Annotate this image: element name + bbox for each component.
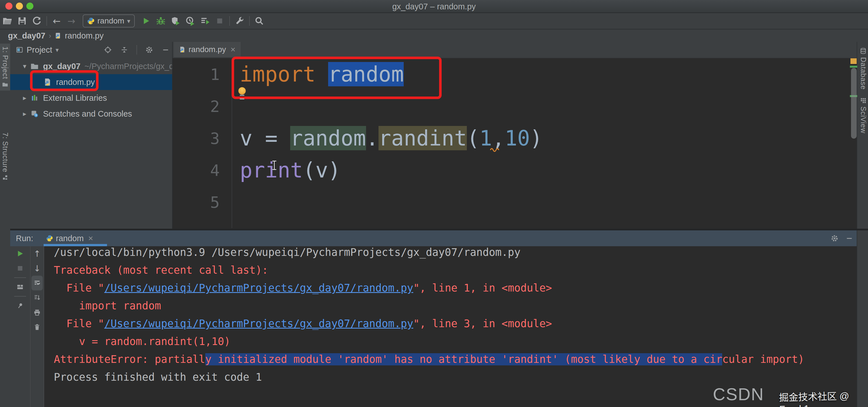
- up-stacktrace-button[interactable]: ↑: [31, 246, 43, 261]
- collapse-all-button[interactable]: [118, 44, 131, 56]
- left-tool-stripe: 1: Project 7: Structure: [0, 42, 11, 407]
- python-logo-icon: [87, 17, 95, 25]
- debug-button[interactable]: [153, 15, 168, 27]
- profiler-button[interactable]: [183, 15, 197, 27]
- toolbar-separator: [229, 16, 230, 26]
- console-line: v = random.randint(1,10): [54, 333, 818, 350]
- line-number: 1: [173, 58, 231, 90]
- breadcrumb-file[interactable]: random.py: [65, 31, 104, 40]
- tree-expand-icon[interactable]: ▾: [20, 62, 29, 70]
- run-settings-button[interactable]: [827, 232, 842, 245]
- tool-window-button-sciview[interactable]: SciView: [858, 97, 868, 133]
- project-panel-title[interactable]: Project: [27, 45, 52, 55]
- console-line: File "/Users/wupeiqi/PycharmProjects/gx_…: [54, 279, 818, 297]
- intention-bulb-icon[interactable]: [238, 87, 246, 95]
- run-tab-random[interactable]: random ×: [46, 233, 93, 243]
- soft-wrap-button[interactable]: [31, 276, 43, 290]
- rerun-button[interactable]: [10, 246, 30, 261]
- down-stacktrace-button[interactable]: ↓: [31, 261, 43, 276]
- run-with-coverage-button[interactable]: [168, 15, 183, 27]
- tree-expand-icon[interactable]: ▸: [20, 94, 29, 102]
- down-arrow-icon: ↓: [33, 263, 40, 273]
- tool-window-button-project[interactable]: 1: Project: [0, 43, 10, 91]
- external-tools-button[interactable]: [232, 15, 247, 27]
- editor-tab-bar: random.py ×: [173, 42, 857, 58]
- database-icon: [860, 48, 867, 54]
- main-toolbar: ← → random ▾: [0, 13, 868, 29]
- toolbar-separator: [249, 16, 250, 26]
- chevron-down-icon: ▾: [56, 46, 59, 54]
- project-panel-icon: [16, 46, 23, 54]
- python-file-icon: [179, 46, 186, 53]
- editor[interactable]: random.py × 12345 import randomv = rando…: [173, 42, 857, 229]
- python-logo-icon: [46, 235, 53, 242]
- tree-expand-icon[interactable]: ▸: [20, 110, 29, 118]
- up-arrow-icon: ↑: [33, 249, 40, 259]
- pycharm-window: gx_day07 – random.py ← → random ▾: [0, 0, 868, 407]
- text-segment: y initialized module 'random' has no att…: [205, 353, 722, 366]
- folder-icon: [2, 82, 8, 88]
- clear-console-button[interactable]: [31, 320, 43, 335]
- database-tool-label: Database: [859, 57, 867, 90]
- minimize-icon: [846, 234, 853, 242]
- toolbar-divider: [14, 277, 26, 278]
- close-icon[interactable]: ×: [88, 233, 93, 243]
- breadcrumb: gx_day07 › random.py: [0, 29, 868, 42]
- project-settings-button[interactable]: [143, 44, 156, 56]
- tool-window-button-database[interactable]: Database: [858, 48, 868, 90]
- title-bar: gx_day07 – random.py: [0, 0, 868, 13]
- editor-scrollbar[interactable]: [851, 68, 857, 139]
- text-segment: ", line 3, in <module>: [413, 318, 552, 330]
- text-segment: 10: [505, 126, 530, 150]
- back-button[interactable]: ←: [49, 15, 64, 27]
- open-folder-button[interactable]: [0, 15, 15, 27]
- search-everywhere-button[interactable]: [252, 15, 267, 27]
- trash-icon: [33, 323, 41, 331]
- run-with-options-button[interactable]: [197, 15, 212, 27]
- tool-window-button-structure[interactable]: 7: Structure: [0, 132, 10, 180]
- run-list-icon: [200, 16, 210, 26]
- hide-panel-button[interactable]: [159, 44, 172, 56]
- toolbar-separator: [46, 16, 47, 26]
- toolbar-divider: [14, 296, 26, 296]
- editor-tab-random-py[interactable]: random.py ×: [174, 42, 241, 57]
- tree-item-external-libraries[interactable]: ▸ External Libraries: [10, 90, 172, 106]
- breadcrumb-separator-icon: ›: [49, 31, 51, 40]
- annotation-box-code: [231, 57, 442, 99]
- tree-item-scratches[interactable]: ▸ Scratches and Consoles: [10, 106, 172, 122]
- inspection-status-marker: [850, 58, 857, 64]
- chevron-down-icon: ▾: [127, 18, 130, 25]
- stop-process-button[interactable]: [10, 261, 30, 276]
- project-tool-label: 1: Project: [1, 46, 9, 79]
- locate-file-button[interactable]: [101, 44, 114, 56]
- run-button[interactable]: [139, 15, 153, 27]
- close-icon[interactable]: ×: [230, 45, 236, 54]
- hide-run-panel-button[interactable]: [842, 232, 857, 245]
- forward-button[interactable]: →: [64, 15, 79, 27]
- structure-icon: [2, 175, 8, 180]
- python-file-icon: [55, 32, 61, 39]
- profiler-clock-icon: [185, 16, 195, 26]
- breadcrumb-project[interactable]: gx_day07: [8, 31, 45, 40]
- restore-layout-button[interactable]: [10, 280, 30, 294]
- structure-tool-label: 7: Structure: [1, 132, 9, 173]
- scroll-to-end-button[interactable]: [31, 290, 43, 305]
- line-number: 3: [173, 122, 231, 154]
- run-configuration-selector[interactable]: random ▾: [83, 14, 135, 27]
- save-all-button[interactable]: [15, 15, 29, 27]
- console-output[interactable]: /usr/local/bin/python3.9 /Users/wupeiqi/…: [54, 243, 818, 386]
- pin-tab-button[interactable]: [10, 298, 30, 313]
- gear-icon: [145, 46, 153, 54]
- line-number: 5: [173, 186, 231, 218]
- print-button[interactable]: [31, 305, 43, 320]
- console-line: /usr/local/bin/python3.9 /Users/wupeiqi/…: [54, 243, 818, 261]
- scroll-to-end-icon: [33, 294, 41, 302]
- console-line: File "/Users/wupeiqi/PycharmProjects/gx_…: [54, 315, 818, 333]
- text-segment: File ": [54, 318, 104, 330]
- run-panel-label: Run:: [16, 234, 33, 243]
- synchronize-button[interactable]: [29, 15, 44, 27]
- tree-item-label: External Libraries: [43, 93, 107, 103]
- code-line: [240, 186, 542, 218]
- code-line: print(v): [240, 154, 542, 186]
- stop-button[interactable]: [212, 15, 227, 27]
